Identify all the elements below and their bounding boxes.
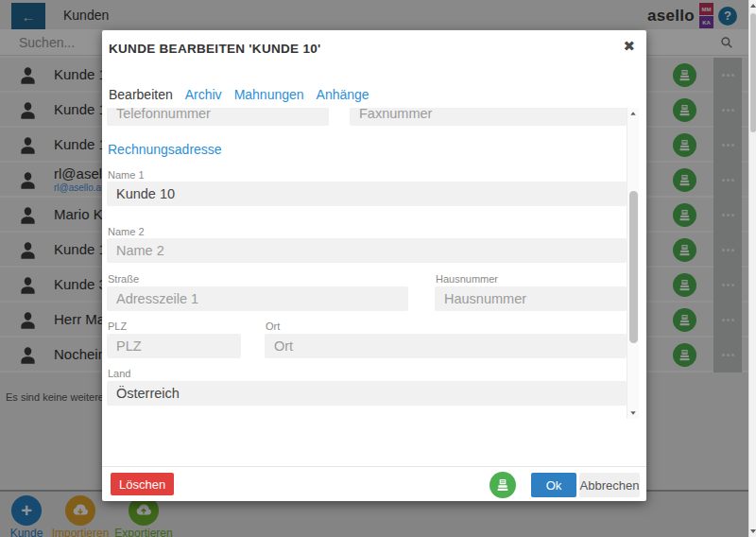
- footer-actions: Ok Abbrechen: [490, 472, 640, 498]
- dialog-tabs: Bearbeiten Archiv Mahnungen Anhänge: [109, 87, 369, 102]
- delete-button[interactable]: Löschen: [111, 473, 174, 495]
- zip-input[interactable]: [107, 334, 241, 358]
- city-label: Ort: [266, 320, 280, 332]
- country-label: Land: [108, 368, 130, 379]
- street-label: Straße: [108, 273, 139, 285]
- page-scrollbar-thumb[interactable]: [750, 13, 756, 132]
- tab-mahnungen[interactable]: Mahnungen: [234, 87, 304, 102]
- scroll-down-icon[interactable]: [630, 411, 635, 415]
- scroll-up-icon[interactable]: [630, 112, 635, 115]
- dialog-body: Rechnungsadresse Name 1 Name 2 Straße Ha…: [102, 108, 646, 419]
- print-receipt-button[interactable]: [490, 472, 516, 498]
- dialog-scrollbar[interactable]: [627, 108, 639, 419]
- dialog-footer: Löschen Ok Abbrechen: [102, 466, 646, 501]
- edit-customer-dialog: KUNDE BEARBEITEN 'KUNDE 10' ✖ Bearbeiten…: [102, 30, 646, 501]
- tab-anhaenge[interactable]: Anhänge: [317, 87, 369, 102]
- phone-input[interactable]: [107, 108, 329, 126]
- dialog-title: KUNDE BEARBEITEN 'KUNDE 10': [109, 42, 321, 56]
- name2-input[interactable]: [107, 238, 627, 263]
- scroll-up-icon[interactable]: [750, 4, 756, 8]
- cash-register-icon: [495, 477, 510, 493]
- fax-input[interactable]: [350, 108, 627, 126]
- tab-bearbeiten[interactable]: Bearbeiten: [109, 87, 173, 102]
- billing-address-heading: Rechnungsadresse: [108, 142, 222, 157]
- name1-label: Name 1: [108, 169, 145, 181]
- house-number-label: Hausnummer: [436, 273, 498, 285]
- app-screen: ← Kunden asello MM KA ? Kunde 10 Kunde 1…: [0, 0, 756, 537]
- street-input[interactable]: [107, 286, 408, 311]
- name1-input[interactable]: [107, 182, 627, 206]
- close-icon[interactable]: ✖: [623, 38, 635, 55]
- name2-label: Name 2: [108, 226, 145, 237]
- city-input[interactable]: [265, 334, 627, 358]
- country-input[interactable]: [107, 381, 627, 406]
- cancel-button[interactable]: Abbrechen: [579, 473, 640, 497]
- dialog-scrollbar-thumb[interactable]: [629, 191, 638, 343]
- tab-archiv[interactable]: Archiv: [185, 87, 222, 102]
- page-scrollbar[interactable]: [748, 0, 756, 537]
- zip-label: PLZ: [108, 320, 127, 332]
- scroll-down-icon[interactable]: [750, 529, 756, 533]
- ok-button[interactable]: Ok: [531, 473, 576, 497]
- house-number-input[interactable]: [435, 286, 627, 311]
